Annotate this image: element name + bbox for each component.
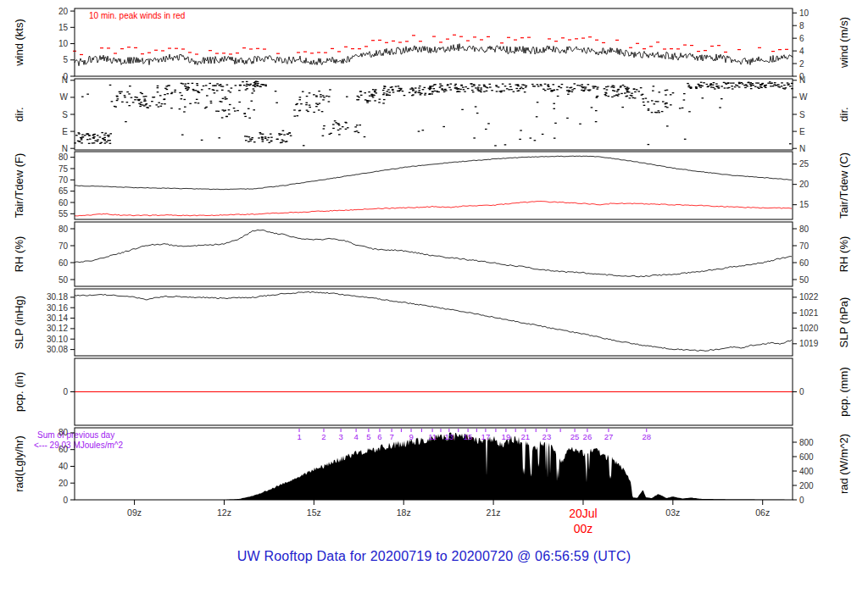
wind-dir-dot (264, 138, 267, 139)
wind-dir-dot (760, 86, 762, 87)
wind-dir-dot (573, 88, 576, 89)
wind-dir-dot (216, 90, 219, 91)
wind-dir-dot (433, 84, 436, 85)
wind-dir-dot (209, 88, 211, 89)
y-tick-label-right: N (799, 75, 805, 85)
wind-dir-dot (253, 84, 256, 85)
wind-dir-dot (108, 136, 110, 137)
wind-dir-dot (138, 103, 141, 104)
wind-dir-dot (147, 108, 149, 108)
page-title: UW Rooftop Data for 20200719 to 20200720… (0, 549, 868, 564)
wind-dir-dot (642, 98, 644, 99)
cumulative-mj-label: 3 (338, 432, 342, 441)
wind-dir-dot (573, 83, 576, 84)
wind-dir-dot (714, 88, 716, 89)
wind-dir-dot (642, 94, 644, 95)
wind-dir-dot (415, 87, 417, 88)
wind-dir-dot (772, 86, 775, 86)
y-tick-label-left: W (60, 92, 69, 102)
wind-dir-dot (532, 86, 535, 86)
panel-pcp: 00pcp. (in)pcp. (mm) (13, 358, 850, 425)
wind-dir-dot (249, 84, 252, 85)
wind-dir-dot (319, 103, 321, 103)
wind-dir-dot (233, 108, 236, 108)
wind-dir-dot (621, 107, 624, 108)
y-tick-label-left: 10 (58, 39, 69, 48)
wind-dir-dot (360, 95, 363, 96)
cumulative-mj-label: 25 (570, 432, 580, 441)
wind-dir-dot (103, 137, 106, 138)
wind-dir-dot (640, 87, 643, 88)
wind-dir-dot (187, 83, 190, 84)
wind-dir-dot (515, 85, 517, 86)
wind-dir-dot (192, 90, 195, 91)
wind-dir-dot (441, 86, 443, 86)
wind-dir-dot (335, 122, 337, 123)
wind-dir-dot (657, 110, 659, 111)
wind-dir-dot (450, 83, 453, 84)
wind-dir-dot (536, 116, 538, 117)
y-axis-label-left: RH (%) (13, 236, 25, 273)
wind-dir-dot (153, 97, 156, 97)
wind-dir-dot (769, 81, 771, 82)
wind-dir-dot (257, 83, 259, 84)
wind-dir-dot (253, 141, 256, 142)
wind-dir-dot (522, 88, 525, 89)
wind-dir-dot (158, 103, 160, 103)
wind-dir-dot (392, 90, 394, 91)
wind-dir-dot (483, 84, 486, 85)
wind-dir-dot (229, 91, 231, 92)
wind-dir-dot (448, 87, 451, 88)
wind-dir-dot (97, 135, 99, 136)
wind-dir-dot (548, 86, 550, 87)
wind-dir-dot (243, 113, 246, 114)
wind-dir-dot (439, 87, 442, 88)
wind-dir-dot (463, 89, 465, 90)
wind-dir-dot (203, 86, 205, 86)
wind-dir-dot (544, 84, 547, 85)
wind-dir-dot (397, 91, 399, 91)
y-tick-label-right: 1019 (799, 339, 819, 348)
wind-dir-dot (561, 84, 564, 85)
wind-dir-dot (544, 90, 547, 91)
y-tick-label-left: 30.16 (47, 303, 68, 313)
wind-dir-dot (322, 99, 325, 100)
wind-dir-dot (629, 97, 632, 98)
wind-dir-dot (665, 106, 667, 107)
wind-dir-dot (392, 91, 395, 92)
wind-dir-dot (758, 88, 760, 89)
y-tick-label-left: 70 (58, 241, 69, 251)
wind-dir-dot (665, 103, 668, 103)
wind-dir-dot (382, 94, 385, 95)
wind-dir-dot (370, 95, 373, 96)
panel-dir: NESWNNESWNdir.dir. (13, 75, 850, 152)
wind-dir-dot (750, 84, 753, 85)
wind-dir-dot (210, 101, 213, 102)
wind-dir-dot (462, 87, 465, 88)
wind-dir-dot (285, 141, 287, 142)
wind-dir-dot (746, 86, 748, 86)
wind-dir-dot (364, 136, 366, 137)
panel-frame (75, 222, 793, 286)
wind-dir-dot (390, 87, 392, 88)
cumulative-mj-label: 15 (464, 432, 473, 441)
wind-dir-dot (184, 83, 186, 84)
wind-dir-dot (525, 86, 527, 86)
wind-dir-dot (617, 90, 620, 91)
wind-dir-dot (637, 91, 640, 91)
wind-dir-dot (718, 87, 721, 88)
wind-dir-dot (264, 84, 267, 85)
radiation-area (75, 433, 793, 501)
y-tick-label-right: 50 (799, 275, 810, 285)
x-tick-label: 03z (665, 507, 680, 518)
y-tick-label-right: 4 (799, 47, 804, 56)
y-tick-label-left: 70 (58, 175, 69, 185)
wind-dir-dot (187, 88, 190, 89)
wind-dir-dot (97, 139, 99, 140)
wind-dir-dot (86, 139, 89, 140)
y-tick-label-left: 30.14 (47, 313, 68, 323)
wind-dir-dot (475, 87, 477, 88)
wind-dir-dot (531, 84, 534, 85)
wind-dir-dot (525, 86, 527, 87)
wind-dir-dot (125, 121, 127, 122)
